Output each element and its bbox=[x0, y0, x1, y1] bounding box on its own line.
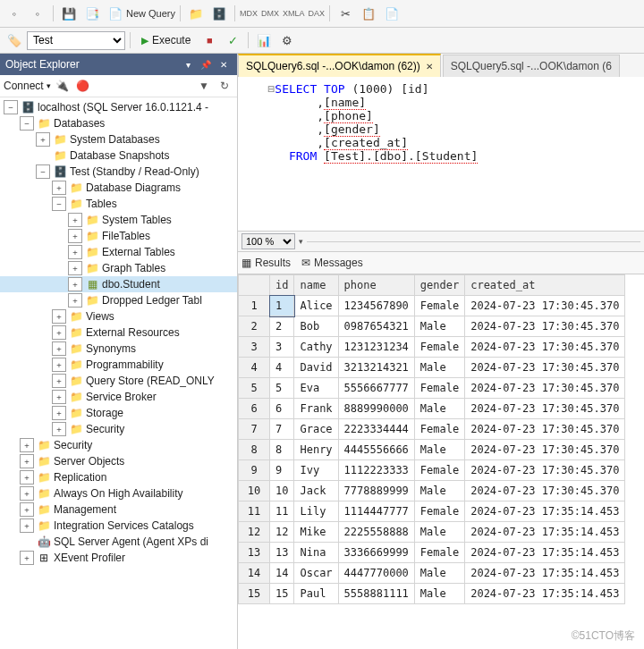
top-toolbar: ◦ ◦ 💾 📑 📄 New Query 📁 🗄️ MDXDMXXMLADAX ✂… bbox=[0, 0, 644, 28]
messages-tab[interactable]: ✉Messages bbox=[301, 257, 363, 269]
extres-node[interactable]: +📁External Resources bbox=[0, 324, 237, 341]
save-all-icon[interactable]: 📑 bbox=[81, 3, 103, 24]
db-select-icon[interactable]: 🏷️ bbox=[4, 30, 25, 51]
save-icon[interactable]: 💾 bbox=[58, 3, 80, 24]
editor-tabs: SQLQuery6.sql -...OOK\damon (62)) ✕ SQLQ… bbox=[238, 54, 644, 77]
storage-node[interactable]: +📁Storage bbox=[0, 405, 237, 421]
new-query-label[interactable]: New Query bbox=[126, 8, 175, 19]
new-query-button[interactable]: 📄 bbox=[105, 3, 126, 24]
table-row[interactable]: 1111Lily1114447777Female2024-07-23 17:35… bbox=[239, 502, 625, 522]
repl-node[interactable]: +📁Replication bbox=[0, 469, 237, 485]
zoom-select[interactable]: 100 % bbox=[242, 233, 295, 249]
sysdb-node[interactable]: +📁System Databases bbox=[0, 131, 237, 148]
mgmt-node[interactable]: +📁Management bbox=[0, 502, 237, 518]
results-tab[interactable]: ▦Results bbox=[242, 257, 291, 269]
oe-dropdown-icon[interactable]: ▾ bbox=[180, 56, 196, 72]
serverobj-node[interactable]: +📁Server Objects bbox=[0, 453, 237, 469]
table-row[interactable]: 55Eva5556667777Female2024-07-23 17:30:45… bbox=[239, 378, 625, 399]
plan-icon[interactable]: 📊 bbox=[253, 30, 275, 51]
tab-other[interactable]: SQLQuery5.sql -...OOK\damon (6 bbox=[443, 55, 620, 77]
options-icon[interactable]: ⚙ bbox=[276, 30, 298, 51]
oe-connect-bar: Connect ▾ 🔌 🔴 ▼ ↻ bbox=[0, 75, 237, 97]
table-row[interactable]: 99Ivy1112223333Female2024-07-23 17:30:45… bbox=[239, 460, 625, 481]
execute-button[interactable]: ▶ Execute bbox=[135, 31, 197, 49]
table-row[interactable]: 44David3213214321Male2024-07-23 17:30:45… bbox=[239, 358, 625, 378]
db-icon[interactable]: 🗄️ bbox=[208, 3, 230, 24]
graphtables-node[interactable]: +📁Graph Tables bbox=[0, 260, 237, 276]
tab-active[interactable]: SQLQuery6.sql -...OOK\damon (62)) ✕ bbox=[238, 54, 441, 77]
zoom-bar: 100 % ▾ bbox=[238, 232, 644, 252]
dropped-node[interactable]: +📁Dropped Ledger Tabl bbox=[0, 292, 237, 308]
isc-node[interactable]: +📁Integration Services Catalogs bbox=[0, 518, 237, 534]
table-row[interactable]: 1010Jack7778889999Male2024-07-23 17:30:4… bbox=[239, 481, 625, 502]
sbroker-node[interactable]: +📁Service Broker bbox=[0, 389, 237, 405]
sql-editor[interactable]: ⊟SELECT TOP (1000) [id] ,[name] ,[phone]… bbox=[238, 77, 644, 232]
lang-badges: MDXDMXXMLADAX bbox=[240, 9, 325, 18]
tables-node[interactable]: −📁Tables bbox=[0, 196, 237, 212]
msg-icon: ✉ bbox=[301, 257, 310, 269]
nav-fwd-icon[interactable]: ◦ bbox=[27, 3, 48, 24]
parse-button[interactable]: ✓ bbox=[222, 30, 243, 51]
watermark: ©51CTO博客 bbox=[572, 628, 635, 644]
query-toolbar: 🏷️ Test ▶ Execute ■ ✓ 📊 ⚙ bbox=[0, 28, 644, 54]
qstore-node[interactable]: +📁Query Store (READ_ONLY bbox=[0, 373, 237, 389]
paste-icon[interactable]: 📄 bbox=[381, 3, 402, 24]
results-grid[interactable]: idnamephonegendercreated_at11Alice123456… bbox=[238, 274, 644, 649]
col-rownum[interactable] bbox=[239, 275, 270, 296]
oe-conn-icon[interactable]: 🔌 bbox=[54, 77, 72, 95]
oe-titlebar: Object Explorer ▾ 📌 ✕ bbox=[0, 54, 237, 75]
table-row[interactable]: 1414Oscar4447770000Male2024-07-23 17:35:… bbox=[239, 563, 625, 584]
dbo-student-node[interactable]: +▦dbo.Student bbox=[0, 276, 237, 292]
snap-node[interactable]: 📁Database Snapshots bbox=[0, 148, 237, 164]
col-name[interactable]: name bbox=[294, 275, 338, 296]
views-node[interactable]: +📁Views bbox=[0, 308, 237, 324]
xevent-node[interactable]: +⊞XEvent Profiler bbox=[0, 550, 237, 566]
object-explorer: Object Explorer ▾ 📌 ✕ Connect ▾ 🔌 🔴 ▼ ↻ … bbox=[0, 54, 238, 649]
cut-icon[interactable]: ✂ bbox=[335, 3, 356, 24]
server-node[interactable]: −🗄️localhost (SQL Server 16.0.1121.4 - bbox=[0, 99, 237, 115]
security-node[interactable]: +📁Security bbox=[0, 437, 237, 453]
stop-button[interactable]: ■ bbox=[199, 30, 220, 51]
securitydb-node[interactable]: +📁Security bbox=[0, 421, 237, 437]
table-row[interactable]: 1212Mike2225558888Male2024-07-23 17:35:1… bbox=[239, 522, 625, 543]
oe-close-icon[interactable]: ✕ bbox=[216, 56, 232, 72]
table-row[interactable]: 33Cathy1231231234Female2024-07-23 17:30:… bbox=[239, 337, 625, 358]
systables-node[interactable]: +📁System Tables bbox=[0, 212, 237, 228]
oe-filter-icon[interactable]: ▼ bbox=[195, 77, 213, 95]
exttables-node[interactable]: +📁External Tables bbox=[0, 244, 237, 260]
col-gender[interactable]: gender bbox=[414, 275, 464, 296]
col-created_at[interactable]: created_at bbox=[465, 275, 625, 296]
table-row[interactable]: 1313Nina3336669999Female2024-07-23 17:35… bbox=[239, 543, 625, 563]
table-row[interactable]: 1515Paul5558881111Male2024-07-23 17:35:1… bbox=[239, 584, 625, 604]
nav-back-icon[interactable]: ◦ bbox=[4, 3, 25, 24]
table-row[interactable]: 88Henry4445556666Male2024-07-23 17:30:45… bbox=[239, 440, 625, 460]
prog-node[interactable]: +📁Programmability bbox=[0, 357, 237, 373]
databases-node[interactable]: −📁Databases bbox=[0, 115, 237, 131]
oe-refresh-icon[interactable]: ↻ bbox=[216, 77, 233, 95]
table-row[interactable]: 77Grace2223334444Female2024-07-23 17:30:… bbox=[239, 419, 625, 440]
table-row[interactable]: 11Alice1234567890Female2024-07-23 17:30:… bbox=[239, 296, 625, 316]
table-row[interactable]: 22Bob0987654321Male2024-07-23 17:30:45.3… bbox=[239, 316, 625, 337]
diagrams-node[interactable]: +📁Database Diagrams bbox=[0, 180, 237, 196]
grid-icon: ▦ bbox=[242, 257, 251, 269]
database-select[interactable]: Test bbox=[27, 31, 125, 50]
results-tabs: ▦Results ✉Messages bbox=[238, 252, 644, 274]
close-icon[interactable]: ✕ bbox=[426, 62, 433, 72]
oe-pin-icon[interactable]: 📌 bbox=[198, 56, 214, 72]
filetables-node[interactable]: +📁FileTables bbox=[0, 228, 237, 244]
col-phone[interactable]: phone bbox=[338, 275, 414, 296]
col-id[interactable]: id bbox=[270, 275, 294, 296]
table-row[interactable]: 66Frank8889990000Male2024-07-23 17:30:45… bbox=[239, 399, 625, 419]
syn-node[interactable]: +📁Synonyms bbox=[0, 341, 237, 357]
play-icon: ▶ bbox=[141, 35, 148, 46]
copy-icon[interactable]: 📋 bbox=[358, 3, 379, 24]
aoha-node[interactable]: +📁Always On High Availability bbox=[0, 485, 237, 502]
testdb-node[interactable]: −🗄️Test (Standby / Read-Only) bbox=[0, 164, 237, 180]
oe-tree[interactable]: −🗄️localhost (SQL Server 16.0.1121.4 - −… bbox=[0, 97, 237, 649]
oe-disc-icon[interactable]: 🔴 bbox=[74, 77, 92, 95]
agent-node[interactable]: 🤖SQL Server Agent (Agent XPs di bbox=[0, 534, 237, 550]
folder-icon[interactable]: 📁 bbox=[185, 3, 207, 24]
